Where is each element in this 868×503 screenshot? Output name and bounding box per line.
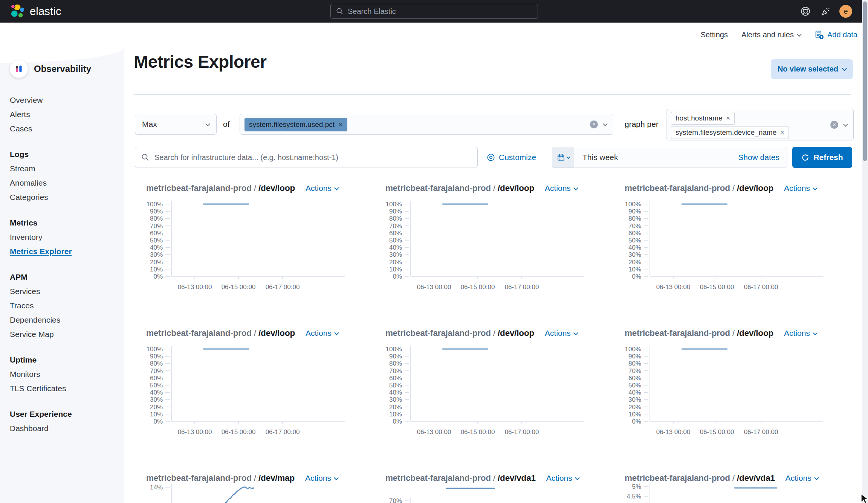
infra-search-input[interactable] [154, 153, 471, 162]
svg-text:06-15 00:00: 06-15 00:00 [222, 284, 256, 291]
svg-text:80%: 80% [628, 215, 641, 222]
sidebar-item-anomalies[interactable]: Anomalies [10, 176, 124, 190]
chart-header: metricbeat-farajaland-prod / /dev/loopAc… [612, 328, 842, 339]
sidebar-item-inventory[interactable]: Inventory [10, 230, 124, 244]
svg-text:0%: 0% [632, 273, 641, 280]
svg-text:06-17 00:00: 06-17 00:00 [505, 428, 539, 436]
clear-metric-icon[interactable]: ✕ [590, 120, 598, 128]
sidebar-item-tls-certificates[interactable]: TLS Certificates [10, 381, 124, 396]
alerts-and-rules-menu[interactable]: Alerts and rules [741, 30, 801, 39]
metric-chart: metricbeat-farajaland-prod / /dev/loopAc… [612, 328, 842, 473]
svg-text:50%: 50% [628, 237, 641, 244]
saved-view-button[interactable]: No view selected [771, 59, 853, 79]
svg-text:10%: 10% [150, 266, 163, 273]
chart-actions-button[interactable]: Actions [306, 329, 338, 338]
svg-text:20%: 20% [628, 259, 641, 266]
time-range[interactable]: This week [582, 153, 618, 162]
svg-text:30%: 30% [389, 251, 402, 258]
svg-text:0%: 0% [153, 418, 163, 425]
chart-host-name: metricbeat-farajaland-prod [146, 328, 252, 338]
sidebar-item-monitors[interactable]: Monitors [10, 367, 124, 381]
svg-text:100%: 100% [386, 346, 402, 353]
chart-host-name: metricbeat-farajaland-prod [385, 328, 491, 338]
chart-host-name: metricbeat-farajaland-prod [385, 183, 491, 193]
metric-chart: metricbeat-farajaland-prod / /dev/vda1Ac… [612, 473, 842, 503]
chart-actions-button[interactable]: Actions [545, 329, 578, 338]
metric-field-combobox[interactable]: system.filesystem.used.pct ✕ ✕ [240, 114, 613, 135]
chart-actions-button[interactable]: Actions [546, 474, 579, 483]
chart-plot[interactable]: 100%90%80%70%60%50%40%30%20%10%0%06-13 0… [134, 200, 364, 312]
add-data-icon [815, 30, 824, 40]
chart-plot[interactable]: 5%4.5% [612, 489, 842, 503]
elastic-logo-icon [10, 3, 26, 19]
chart-actions-button[interactable]: Actions [306, 184, 338, 193]
group-by-tag[interactable]: host.hostname ✕ [671, 112, 735, 125]
clear-group-by-icon[interactable]: ✕ [830, 121, 838, 129]
svg-text:70%: 70% [389, 367, 402, 375]
charts-grid: metricbeat-farajaland-prod / /dev/loopAc… [134, 183, 851, 503]
header-menu-right: Settings Alerts and rules Add data [701, 23, 857, 47]
svg-text:80%: 80% [389, 360, 402, 367]
quick-select-button[interactable] [552, 147, 574, 168]
elastic-logo[interactable]: elastic [10, 3, 61, 19]
svg-text:40%: 40% [150, 244, 163, 251]
sidebar-item-alerts[interactable]: Alerts [10, 107, 124, 122]
chart-plot[interactable]: 100%90%80%70%60%50%40%30%20%10%0%06-13 0… [612, 344, 842, 457]
svg-text:0%: 0% [393, 273, 402, 280]
sidebar-item-stream[interactable]: Stream [10, 162, 124, 176]
sidebar-item-services[interactable]: Services [10, 284, 124, 299]
scrollbar[interactable] [862, 0, 868, 503]
refresh-button[interactable]: Refresh [792, 147, 852, 168]
svg-text:90%: 90% [628, 353, 641, 360]
help-icon[interactable] [799, 5, 811, 17]
sidebar-item-cases[interactable]: Cases [10, 122, 124, 136]
svg-text:40%: 40% [389, 389, 402, 396]
chart-plot[interactable]: 70% [373, 489, 603, 503]
add-data-link[interactable]: Add data [815, 30, 857, 40]
group-by-combobox[interactable]: host.hostname ✕ system.filesystem.device… [666, 109, 854, 140]
svg-text:06-13 00:00: 06-13 00:00 [417, 428, 451, 436]
show-dates-button[interactable]: Show dates [738, 153, 779, 162]
aggregation-select[interactable]: Max [135, 114, 217, 135]
chart-actions-button[interactable]: Actions [545, 184, 578, 193]
chart-actions-button[interactable]: Actions [784, 184, 817, 193]
sidebar-item-categories[interactable]: Categories [10, 190, 124, 204]
remove-group-by-icon[interactable]: ✕ [780, 130, 784, 136]
sidebar-item-overview[interactable]: Overview [10, 93, 124, 107]
global-search-input[interactable] [348, 7, 532, 16]
svg-text:30%: 30% [150, 396, 163, 403]
customize-button[interactable]: Customize [487, 147, 536, 168]
svg-text:20%: 20% [628, 404, 641, 411]
chart-plot[interactable]: 100%90%80%70%60%50%40%30%20%10%0%06-13 0… [612, 200, 842, 312]
global-search[interactable] [330, 4, 538, 19]
sidebar-item-dashboard[interactable]: Dashboard [10, 421, 124, 436]
svg-text:5%: 5% [632, 483, 641, 490]
chart-plot[interactable]: 14% [134, 489, 364, 503]
sidebar-item-dependencies[interactable]: Dependencies [10, 313, 124, 327]
metric-tag[interactable]: system.filesystem.used.pct ✕ [245, 118, 347, 131]
group-by-tag[interactable]: system.filesystem.device_name ✕ [671, 126, 789, 139]
avatar[interactable]: e [839, 5, 852, 18]
svg-text:0%: 0% [632, 418, 641, 425]
chart-title: metricbeat-farajaland-prod / /dev/loop [625, 328, 773, 338]
chart-plot[interactable]: 100%90%80%70%60%50%40%30%20%10%0%06-13 0… [134, 344, 364, 457]
news-icon[interactable] [819, 5, 831, 17]
scrollbar-thumb[interactable] [863, 2, 867, 161]
chart-actions-button[interactable]: Actions [785, 474, 818, 483]
settings-link[interactable]: Settings [701, 30, 728, 39]
observability-logo-icon [10, 60, 28, 78]
chart-actions-button[interactable]: Actions [784, 329, 817, 338]
remove-metric-icon[interactable]: ✕ [338, 121, 343, 128]
infra-search[interactable] [135, 147, 478, 168]
chart-actions-button[interactable]: Actions [305, 474, 338, 483]
sidebar-item-metrics-explorer[interactable]: Metrics Explorer [10, 244, 124, 259]
chart-plot[interactable]: 100%90%80%70%60%50%40%30%20%10%0%06-13 0… [373, 200, 603, 312]
svg-text:10%: 10% [628, 411, 641, 418]
chevron-down-icon [843, 122, 848, 127]
svg-text:90%: 90% [150, 353, 163, 360]
chart-plot[interactable]: 100%90%80%70%60%50%40%30%20%10%0%06-13 0… [373, 344, 603, 457]
remove-group-by-icon[interactable]: ✕ [726, 115, 730, 121]
chevron-down-icon [813, 330, 818, 335]
sidebar-item-traces[interactable]: Traces [10, 299, 124, 313]
sidebar-item-service-map[interactable]: Service Map [10, 327, 124, 341]
